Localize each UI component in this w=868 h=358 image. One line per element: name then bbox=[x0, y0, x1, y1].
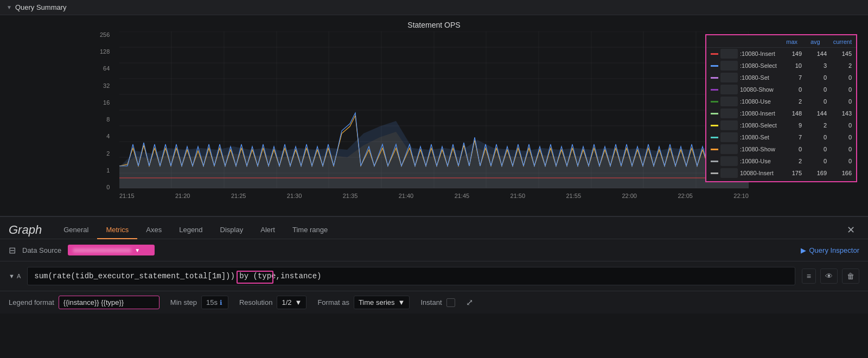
list-item: :10080-Select 920 bbox=[706, 119, 856, 131]
legend-color bbox=[711, 161, 718, 162]
list-item: :10080-Use 200 bbox=[706, 95, 856, 107]
chart-title: Statement OPS bbox=[0, 15, 868, 31]
resolution-selector[interactable]: 1/2 ▼ bbox=[277, 296, 307, 309]
query-row: ⊟ Data Source ●●●●●●●●●●●●●● ▼ ▶ Query I… bbox=[0, 239, 868, 261]
legend-thumb bbox=[720, 73, 738, 82]
legend-color bbox=[711, 77, 718, 79]
share-button[interactable]: ⤢ bbox=[466, 297, 473, 308]
legend-thumb bbox=[720, 97, 738, 106]
query-summary-title: Query Summary bbox=[15, 3, 67, 11]
list-item: :10080-Select 1032 bbox=[706, 60, 856, 72]
instant-label: Instant bbox=[420, 298, 442, 306]
legend-header-max: max bbox=[786, 39, 797, 45]
legend-color bbox=[711, 149, 718, 150]
format-as-label: Format as bbox=[317, 298, 349, 306]
format-as-group: Format as Time series ▼ bbox=[317, 296, 410, 309]
legend-color bbox=[711, 125, 718, 126]
legend-color bbox=[711, 101, 718, 103]
tab-display[interactable]: Display bbox=[212, 221, 252, 239]
tab-axes[interactable]: Axes bbox=[137, 221, 170, 239]
x-axis-labels: 21:15 21:20 21:25 21:30 21:35 21:40 21:4… bbox=[119, 190, 749, 199]
legend-thumb bbox=[720, 61, 738, 71]
legend-thumb bbox=[720, 168, 738, 178]
list-item: :10080-Set 700 bbox=[706, 72, 856, 84]
close-button[interactable]: ✕ bbox=[843, 222, 859, 238]
panel-title: Graph bbox=[9, 223, 42, 237]
format-button[interactable]: ≡ bbox=[802, 268, 816, 284]
datasource-label: Data Source bbox=[22, 246, 61, 254]
tab-time-range[interactable]: Time range bbox=[284, 221, 336, 239]
resolution-arrow-icon: ▼ bbox=[295, 298, 302, 306]
resolution-group: Resolution 1/2 ▼ bbox=[239, 296, 307, 309]
legend-thumb bbox=[720, 85, 738, 94]
datasource-selector[interactable]: ●●●●●●●●●●●●●● ▼ bbox=[68, 245, 155, 255]
legend-thumb bbox=[720, 144, 738, 154]
database-icon: ⊟ bbox=[9, 245, 16, 255]
instant-checkbox[interactable] bbox=[446, 298, 455, 307]
legend-thumb bbox=[720, 156, 738, 166]
format-as-selector[interactable]: Time series ▼ bbox=[354, 296, 410, 309]
query-inspector-button[interactable]: ▶ Query Inspector bbox=[801, 246, 860, 254]
legend-color bbox=[711, 65, 718, 67]
expression-input-wrap bbox=[27, 267, 795, 285]
min-step-display: 15s ℹ bbox=[201, 296, 228, 309]
legend-thumb bbox=[720, 49, 738, 59]
chart-section: Statement OPS 256 128 64 32 16 8 4 2 1 0 bbox=[0, 15, 868, 216]
list-item: :10080-Set 700 bbox=[706, 131, 856, 143]
datasource-dropdown-arrow: ▼ bbox=[135, 247, 140, 253]
legend-format-label: Legend format bbox=[9, 298, 54, 306]
list-item: :10080-Insert 148144143 bbox=[706, 107, 856, 119]
legend-thumb bbox=[720, 108, 738, 118]
query-toggle[interactable]: ▼ A bbox=[9, 273, 21, 279]
graph-panel: Graph General Metrics Axes Legend Displa… bbox=[0, 216, 868, 314]
expression-actions: ≡ 👁 🗑 bbox=[802, 268, 859, 284]
tab-general[interactable]: General bbox=[55, 221, 97, 239]
datasource-value: ●●●●●●●●●●●●●● bbox=[73, 247, 131, 253]
y-axis-labels: 256 128 64 32 16 8 4 2 1 0 bbox=[100, 31, 110, 190]
legend-format-group: Legend format bbox=[9, 296, 159, 309]
legend-thumb bbox=[720, 120, 738, 130]
chart-svg bbox=[119, 31, 749, 189]
legend-color bbox=[711, 137, 718, 138]
resolution-label: Resolution bbox=[239, 298, 272, 306]
list-item: :10080-Show 000 bbox=[706, 143, 856, 155]
legend-panel: max avg current :10080-Insert 149144145 … bbox=[705, 34, 857, 182]
legend-thumb bbox=[720, 132, 738, 142]
toggle-visibility-button[interactable]: 👁 bbox=[820, 268, 838, 284]
expression-input[interactable] bbox=[27, 267, 795, 285]
min-step-group: Min step 15s ℹ bbox=[170, 296, 228, 309]
info-icon: ℹ bbox=[220, 299, 222, 306]
legend-color bbox=[711, 89, 718, 91]
list-item: 10080-Insert 175169166 bbox=[706, 167, 856, 179]
tab-alert[interactable]: Alert bbox=[252, 221, 284, 239]
expression-row: ▼ A ≡ 👁 🗑 bbox=[0, 261, 868, 291]
list-item: :10080-Insert 149144145 bbox=[706, 48, 856, 60]
legend-format-input[interactable] bbox=[59, 296, 159, 309]
remove-query-button[interactable]: 🗑 bbox=[842, 268, 859, 284]
min-step-label: Min step bbox=[170, 298, 197, 306]
legend-header-current: current bbox=[833, 39, 852, 45]
chevron-right-icon: ▶ bbox=[801, 246, 806, 254]
options-row: Legend format Min step 15s ℹ Resolution … bbox=[0, 291, 868, 314]
legend-header-avg: avg bbox=[810, 39, 820, 45]
legend-color bbox=[711, 113, 718, 114]
instant-group: Instant bbox=[420, 298, 455, 307]
chevron-down-icon: ▼ bbox=[7, 4, 12, 10]
format-arrow-icon: ▼ bbox=[398, 298, 405, 306]
list-item: 10080-Show 000 bbox=[706, 84, 856, 95]
query-label: A bbox=[17, 273, 21, 279]
list-item: :10080-Use 200 bbox=[706, 155, 856, 167]
chevron-down-icon: ▼ bbox=[9, 273, 15, 279]
tab-metrics[interactable]: Metrics bbox=[97, 221, 137, 239]
legend-color bbox=[711, 172, 718, 174]
legend-color bbox=[711, 53, 718, 55]
tab-legend[interactable]: Legend bbox=[170, 221, 211, 239]
query-summary-bar: ▼ Query Summary bbox=[0, 0, 868, 15]
panel-header: Graph General Metrics Axes Legend Displa… bbox=[0, 217, 868, 239]
legend-header: max avg current bbox=[706, 37, 856, 48]
